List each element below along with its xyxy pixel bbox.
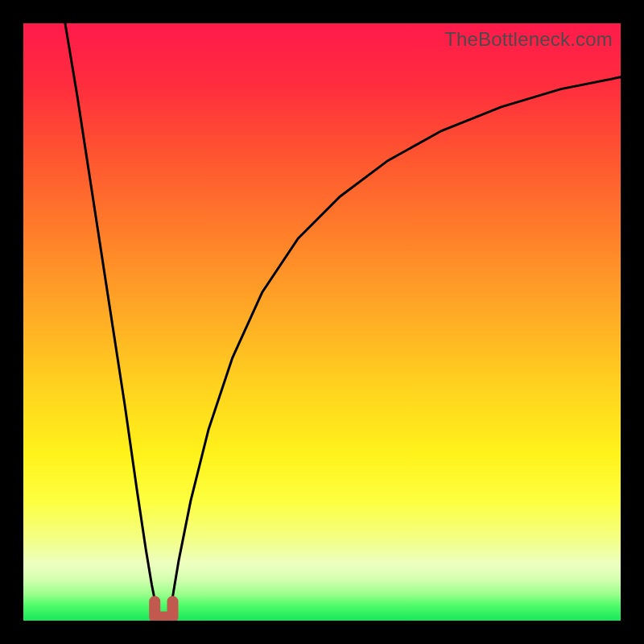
curves-layer: [23, 23, 621, 621]
plot-frame: TheBottleneck.com: [23, 23, 621, 621]
minimum-marker: [155, 601, 172, 617]
curve-left-branch: [65, 23, 159, 621]
curve-right-branch: [168, 77, 621, 621]
